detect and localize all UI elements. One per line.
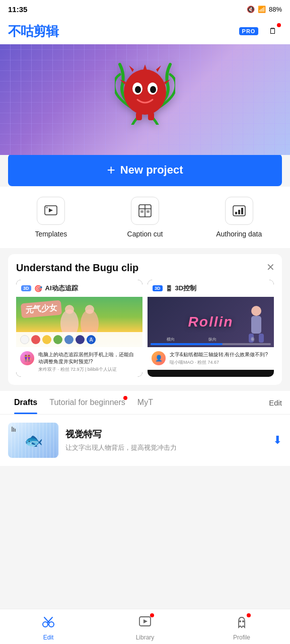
- app-logo: 不咕剪辑: [8, 23, 58, 40]
- draft-description: 让文字出现人物背后，提高视觉冲击力: [65, 443, 266, 452]
- nav-edit-label: Edit: [43, 634, 54, 641]
- scissors-icon: [41, 614, 55, 632]
- draft-item[interactable]: 🐟 视觉特写 让文字出现人物背后，提高视觉冲击力 ⬇: [0, 415, 290, 466]
- tab-edit-button[interactable]: Edit: [265, 391, 282, 414]
- fish-icon: 🐟: [24, 432, 43, 449]
- svg-point-44: [242, 620, 244, 622]
- authoring-data-label: Authoring data: [216, 230, 262, 238]
- card1-image: 元气少女 A: [16, 297, 142, 347]
- card2-image: Rollin 横向 纵向 垂: [148, 297, 274, 347]
- card2-icon: 🎛: [166, 285, 172, 292]
- card2-description: 文字&贴纸都能三轴旋转,有什么效果做不到?: [170, 351, 268, 358]
- palette-dot-5: [64, 335, 74, 344]
- info-cards: 3D 🎯 AI动态追踪 元气少女: [16, 280, 274, 377]
- templates-icon-box: [37, 197, 65, 225]
- svg-rect-19: [147, 210, 150, 213]
- palette-dot-1: [20, 335, 29, 344]
- palette-dot-3: [42, 335, 51, 344]
- svg-rect-31: [251, 316, 261, 334]
- card1-palette: A: [16, 332, 142, 347]
- tab-drafts[interactable]: Drafts: [8, 391, 43, 414]
- close-banner-button[interactable]: ✕: [266, 261, 275, 273]
- new-project-label: New project: [120, 164, 183, 177]
- svg-rect-11: [148, 112, 154, 120]
- profile-icon: [235, 614, 249, 632]
- card1-header: 3D 🎯 AI动态追踪: [16, 280, 142, 297]
- card2-meta: 哒小喵MAO · 粉丝 74.67: [170, 359, 268, 366]
- svg-rect-10: [136, 112, 142, 120]
- mascot-monster: [115, 54, 175, 134]
- nav-profile[interactable]: Profile: [193, 614, 290, 641]
- svg-rect-18: [140, 210, 143, 213]
- card2-label-3: 垂: [251, 337, 255, 342]
- svg-marker-13: [49, 208, 53, 212]
- info-card-1[interactable]: 3D 🎯 AI动态追踪 元气少女: [16, 280, 142, 377]
- card1-icon: 🎯: [34, 285, 42, 292]
- card1-footer: 👭 电脑上的动态追踪居然到手机上啦，还能自动调整角度并实时预览!? 来咋双子 ·…: [16, 347, 142, 377]
- quick-action-caption-cut[interactable]: Caption cut: [98, 197, 192, 238]
- svg-point-26: [65, 305, 74, 314]
- notifications-button[interactable]: 🗒: [264, 22, 282, 40]
- card2-label-2: 纵向: [208, 337, 216, 342]
- profile-notif-dot: [247, 613, 251, 617]
- svg-point-30: [251, 306, 261, 316]
- status-time: 11:35: [8, 5, 27, 14]
- nav-profile-label: Profile: [233, 634, 250, 641]
- nav-library[interactable]: Library: [97, 614, 193, 641]
- svg-point-27: [85, 305, 94, 314]
- draft-download-button[interactable]: ⬇: [273, 434, 282, 447]
- svg-marker-3: [156, 65, 161, 72]
- quick-action-authoring-data[interactable]: Authoring data: [192, 197, 286, 238]
- draft-title: 视觉特写: [65, 428, 266, 440]
- svg-marker-2: [129, 65, 134, 72]
- tabs-header: Drafts Tutorial for beginners MyT Edit: [0, 391, 290, 415]
- templates-label: Templates: [35, 230, 67, 238]
- svg-point-0: [124, 69, 166, 115]
- hero-banner: [0, 44, 290, 155]
- draft-thumbnail: 🐟: [8, 423, 58, 458]
- info-banner-title: Understand the Bugu clip: [16, 262, 274, 274]
- battery-text: 88%: [269, 6, 282, 13]
- header: 不咕剪辑 PRO 🗒: [0, 18, 290, 44]
- status-bar: 11:35 🔇 📶 88%: [0, 0, 290, 18]
- tab-myt[interactable]: MyT: [131, 391, 159, 414]
- authoring-data-icon-box: [225, 197, 253, 225]
- palette-dot-4: [53, 335, 62, 344]
- svg-rect-22: [238, 210, 240, 214]
- pro-button[interactable]: PRO: [240, 22, 258, 40]
- card2-3d-badge: 3D: [153, 285, 163, 291]
- draft-info: 视觉特写 让文字出现人物背后，提高视觉冲击力: [65, 428, 266, 452]
- rollin-text: Rollin: [188, 314, 234, 330]
- plus-icon: +: [107, 162, 115, 178]
- header-actions: PRO 🗒: [240, 22, 282, 40]
- tab-tutorial[interactable]: Tutorial for beginners: [43, 391, 131, 414]
- quick-action-templates[interactable]: Templates: [4, 197, 98, 238]
- card2-header: 3D 🎛 3D控制: [148, 280, 274, 297]
- card1-meta: 来咋双子 · 粉丝 72.9万 | bilibili个人认证: [38, 366, 138, 373]
- info-card-2[interactable]: 3D 🎛 3D控制 Rollin 横向: [148, 280, 274, 377]
- card1-3d-badge: 3D: [21, 285, 31, 291]
- svg-point-9: [150, 86, 156, 93]
- svg-rect-14: [46, 207, 48, 208]
- quick-actions: Templates Caption cut Authoring data: [0, 187, 290, 248]
- bottom-nav: Edit Library Profile: [0, 609, 290, 644]
- svg-point-43: [239, 620, 241, 622]
- nav-library-label: Library: [136, 634, 155, 641]
- library-icon: [138, 614, 152, 632]
- status-icons: 🔇 📶 88%: [247, 6, 282, 13]
- caption-cut-label: Caption cut: [127, 230, 163, 238]
- caption-cut-icon-box: [131, 197, 159, 225]
- palette-dot-2: [31, 335, 40, 344]
- new-project-button[interactable]: + New project: [8, 154, 282, 186]
- bell-icon: 🗒: [269, 27, 277, 36]
- palette-dot-6: [76, 335, 85, 344]
- svg-marker-42: [143, 619, 148, 623]
- tab-tutorial-notif: [123, 396, 127, 400]
- card2-footer: 👤 文字&贴纸都能三轴旋转,有什么效果做不到? 哒小喵MAO · 粉丝 74.6…: [148, 347, 274, 370]
- card1-description: 电脑上的动态追踪居然到手机上啦，还能自动调整角度并实时预览!?: [38, 351, 138, 365]
- svg-rect-23: [241, 208, 243, 214]
- svg-point-8: [135, 86, 141, 93]
- svg-marker-1: [142, 64, 148, 72]
- card2-avatar: 👤: [152, 351, 166, 365]
- nav-edit[interactable]: Edit: [0, 614, 97, 641]
